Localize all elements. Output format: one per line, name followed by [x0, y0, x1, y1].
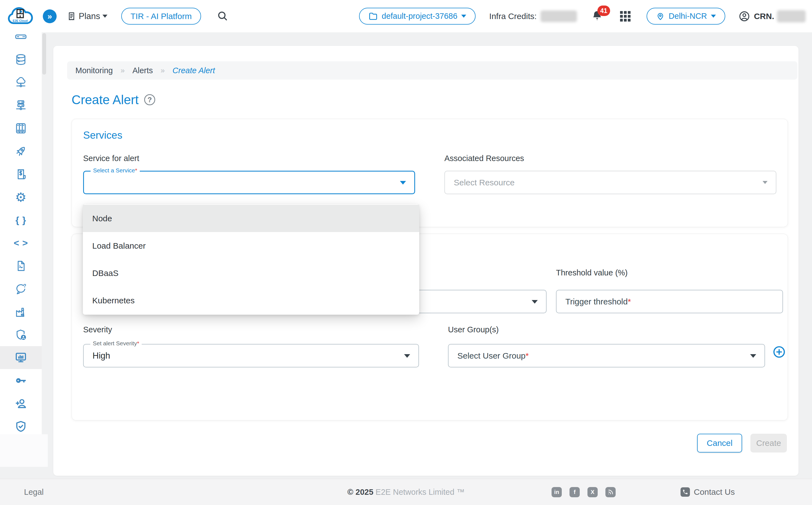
- sidebar-item-api[interactable]: { }: [0, 208, 42, 231]
- header-right-cluster: Infra Credits: 41 Delhi-NCR: [489, 8, 806, 25]
- add-user-icon: [14, 397, 27, 410]
- chevron-down-icon: [763, 181, 768, 184]
- severity-select[interactable]: Set alert Severity* High: [83, 344, 419, 367]
- sidebar-item-support[interactable]: ?: [0, 277, 42, 300]
- required-asterisk: *: [137, 340, 139, 346]
- storage-lockers-icon: [14, 122, 27, 135]
- facebook-icon[interactable]: f: [570, 487, 580, 497]
- page-title-row: Create Alert ?: [71, 92, 155, 107]
- x-twitter-icon[interactable]: X: [587, 487, 598, 497]
- chevron-down-icon: [532, 300, 538, 304]
- rss-icon[interactable]: [605, 487, 616, 497]
- menu-option-kubernetes[interactable]: Kubernetes: [83, 287, 419, 314]
- search-icon: [217, 10, 228, 22]
- plans-label: Plans: [79, 11, 100, 21]
- sidebar-item-factory[interactable]: [0, 300, 42, 323]
- database-icon: [14, 53, 27, 66]
- user-groups-label: User Group(s): [448, 325, 499, 334]
- service-select-floating-label: Select a Service: [93, 167, 135, 173]
- menu-option-dbaas[interactable]: DBaaS: [83, 260, 419, 287]
- region-selector[interactable]: Delhi-NCR: [647, 8, 725, 25]
- cloud-network-icon: [14, 76, 27, 89]
- monitoring-icon: [14, 351, 27, 364]
- legal-link[interactable]: Legal: [24, 488, 44, 497]
- document-icon: [14, 260, 27, 273]
- threshold-value-label: Threshold value (%): [556, 268, 628, 277]
- rocket-icon: [14, 145, 27, 158]
- associated-resources-label: Associated Resources: [444, 154, 776, 163]
- chevron-down-icon: [711, 15, 716, 18]
- breadcrumb-separator: »: [161, 66, 165, 75]
- server-rack-icon: [14, 99, 27, 112]
- page-title: Create Alert: [71, 92, 139, 107]
- project-name: default-project-37686: [382, 12, 457, 21]
- sidebar-item-settings[interactable]: ⚙: [0, 186, 42, 208]
- trigger-threshold-input[interactable]: Trigger threshold*: [556, 290, 783, 313]
- severity-floating-label: Set alert Severity: [93, 340, 137, 346]
- notifications-button[interactable]: 41: [591, 10, 603, 22]
- sidebar-item-documents[interactable]: [0, 255, 42, 277]
- user-group-select[interactable]: Select User Group*: [448, 344, 765, 367]
- help-icon[interactable]: ?: [144, 94, 155, 105]
- sidebar-item-storage[interactable]: [0, 117, 42, 140]
- chevron-down-icon: [461, 15, 466, 18]
- curly-braces-icon: { }: [15, 215, 26, 225]
- apps-grid-button[interactable]: [620, 11, 631, 22]
- billing-receipt-icon: [14, 168, 27, 181]
- settings-gear-icon: ⚙: [15, 190, 26, 205]
- sidebar-item-code[interactable]: < >: [0, 231, 42, 255]
- sidebar-item-compute[interactable]: [0, 32, 42, 48]
- resource-select[interactable]: Select Resource: [444, 171, 776, 194]
- trigger-threshold-placeholder: Trigger threshold: [565, 297, 628, 306]
- copyright-text: © 2025 E2E Networks Limited ™: [348, 488, 464, 497]
- service-dropdown-menu: Node Load Balancer DBaaS Kubernetes: [83, 204, 419, 315]
- chevron-down-icon: [404, 354, 410, 358]
- sidebar-item-add-user[interactable]: [0, 392, 42, 415]
- create-button[interactable]: Create: [751, 434, 787, 453]
- sidebar-item-database[interactable]: [0, 48, 42, 71]
- breadcrumb-create-alert: Create Alert: [173, 66, 215, 75]
- chevron-down-icon: [103, 15, 108, 18]
- required-asterisk: *: [526, 351, 529, 360]
- severity-label: Severity: [83, 325, 112, 334]
- svg-text:E2E Cloud: E2E Cloud: [13, 19, 28, 22]
- crn-value-redacted: [777, 10, 806, 22]
- sidebar-scrollbar[interactable]: [42, 33, 46, 74]
- search-button[interactable]: [217, 10, 228, 22]
- service-for-alert-label: Service for alert: [83, 154, 415, 163]
- sidebar-expand-button[interactable]: »: [43, 9, 57, 23]
- menu-option-node[interactable]: Node: [83, 205, 419, 232]
- service-select[interactable]: Select a Service*: [83, 171, 415, 194]
- account-info[interactable]: CRN.: [739, 10, 806, 22]
- linkedin-icon[interactable]: in: [552, 487, 562, 497]
- tir-ai-platform-button[interactable]: TIR - AI Platform: [121, 8, 201, 25]
- contact-us-label: Contact Us: [694, 487, 735, 497]
- cancel-button[interactable]: Cancel: [697, 434, 742, 453]
- sidebar-item-cloud-network[interactable]: [0, 71, 42, 94]
- sidebar-item-launch[interactable]: [0, 140, 42, 163]
- sidebar-item-monitoring[interactable]: [0, 346, 42, 369]
- breadcrumb-separator: »: [121, 66, 125, 75]
- breadcrumb: Monitoring » Alerts » Create Alert: [67, 61, 797, 79]
- e2e-cloud-logo-icon[interactable]: E2E Cloud: [6, 4, 34, 28]
- sidebar-item-api-keys[interactable]: [0, 369, 42, 392]
- contact-us-link[interactable]: Contact Us: [680, 487, 735, 497]
- phone-icon: [680, 487, 690, 497]
- sidebar-item-billing[interactable]: [0, 163, 42, 186]
- infra-credits-label: Infra Credits:: [489, 12, 537, 21]
- breadcrumb-alerts[interactable]: Alerts: [132, 66, 153, 75]
- folder-icon: [368, 12, 378, 21]
- chevron-down-icon: [750, 354, 756, 358]
- plans-menu[interactable]: Plans: [66, 11, 108, 21]
- add-user-group-button[interactable]: [772, 345, 786, 359]
- sidebar-item-server-rack[interactable]: [0, 94, 42, 117]
- factory-icon: [14, 305, 27, 318]
- support-chat-icon: ?: [14, 282, 27, 295]
- sidebar-item-security-groups[interactable]: [0, 323, 42, 346]
- compute-icon: [14, 32, 27, 43]
- project-selector[interactable]: default-project-37686: [359, 8, 475, 25]
- breadcrumb-monitoring[interactable]: Monitoring: [75, 66, 113, 75]
- sidebar-item-compliance[interactable]: [0, 415, 42, 434]
- menu-option-load-balancer[interactable]: Load Balancer: [83, 232, 419, 260]
- top-header: E2E Cloud » Plans TIR - AI Platform defa…: [0, 0, 812, 32]
